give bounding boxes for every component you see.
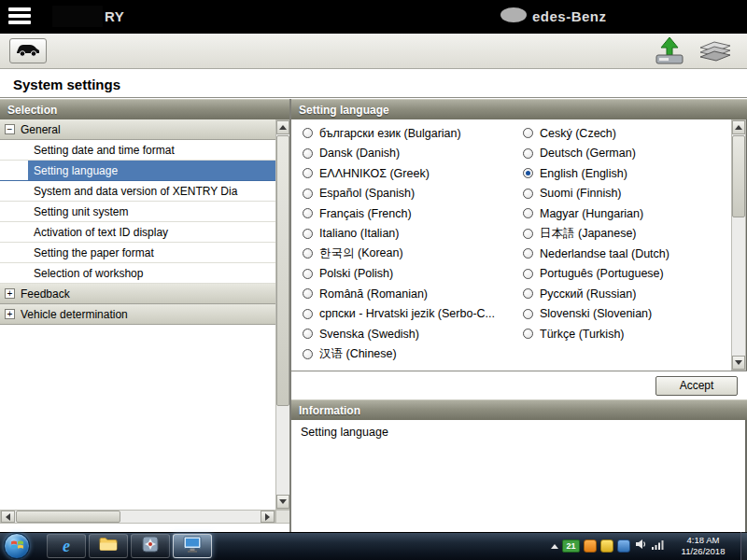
expand-plus-icon[interactable]: + [5, 309, 15, 319]
language-option-polish[interactable]: Polski (Polish) [295, 264, 515, 285]
language-scrollbar[interactable] [731, 119, 746, 371]
tree-item-paper-format[interactable]: Setting the paper format [0, 243, 275, 263]
language-option-slovenian[interactable]: Slovenski (Slovenian) [515, 304, 730, 325]
language-option-swedish[interactable]: Svenska (Swedish) [295, 324, 515, 344]
menu-bar [8, 21, 31, 24]
radio-icon[interactable] [303, 148, 313, 159]
tree-horizontal-scrollbar[interactable] [0, 510, 275, 524]
radio-icon[interactable] [523, 329, 533, 339]
language-option-french[interactable]: Français (French) [295, 203, 515, 224]
radio-icon[interactable] [303, 269, 313, 279]
scroll-right-button[interactable] [261, 511, 275, 523]
tree-item-date-time-format[interactable]: Setting date and time format [0, 140, 275, 161]
panel-divider [289, 99, 291, 532]
menu-bar [8, 14, 31, 18]
language-option-russian[interactable]: Русский (Russian) [515, 284, 730, 304]
tree-group-feedback[interactable]: + Feedback [0, 284, 275, 304]
tree-item-unit-system[interactable]: Setting unit system [0, 202, 275, 222]
radio-icon[interactable] [303, 189, 313, 199]
language-option-portuguese[interactable]: Português (Portuguese) [515, 264, 730, 285]
scroll-down-button[interactable] [732, 356, 745, 370]
language-option-label: Magyar (Hungarian) [540, 207, 643, 220]
language-option-chinese[interactable]: 汉语 (Chinese) [295, 344, 515, 365]
expand-plus-icon[interactable]: + [5, 288, 15, 299]
language-option-greek[interactable]: ΕΛΛΗΝΙΚΟΣ (Greek) [295, 163, 515, 184]
start-button[interactable] [4, 533, 30, 559]
information-text: Setting language [301, 426, 388, 439]
scrollbar-thumb[interactable] [276, 135, 289, 406]
language-option-label: български език (Bulgarian) [319, 127, 461, 140]
radio-icon[interactable] [523, 229, 533, 239]
radio-icon[interactable] [303, 229, 313, 239]
language-option-finnish[interactable]: Suomi (Finnish) [515, 184, 730, 204]
tray-app-icon-yellow[interactable] [600, 539, 613, 553]
tree-item-workshop-selection[interactable]: Selection of workshop [0, 263, 275, 284]
scrollbar-thumb[interactable] [16, 511, 120, 523]
tray-badge[interactable]: 21 [562, 539, 580, 553]
hidden-icons-arrow[interactable] [551, 544, 558, 549]
print-copy-icon [695, 51, 736, 67]
language-option-italian[interactable]: Italiano (Italian) [295, 224, 515, 245]
language-option-bulgarian[interactable]: български език (Bulgarian) [295, 123, 515, 144]
tree-item-setting-language[interactable]: Setting language [0, 161, 275, 181]
collapse-minus-icon[interactable]: − [5, 124, 15, 134]
language-option-turkish[interactable]: Türkçe (Turkish) [515, 324, 730, 344]
tray-app-icon-orange[interactable] [584, 539, 597, 553]
tree-group-general[interactable]: − General [0, 119, 275, 140]
language-option-english[interactable]: English (English) [515, 163, 730, 184]
tree-item-text-id-display[interactable]: Activation of text ID display [0, 222, 275, 243]
language-option-dutch[interactable]: Nederlandse taal (Dutch) [515, 244, 730, 264]
scroll-up-button[interactable] [732, 120, 745, 134]
language-option-label: ΕΛΛΗΝΙΚΟΣ (Greek) [319, 167, 430, 180]
taskbar-xentry-button[interactable] [131, 534, 170, 558]
scroll-left-button[interactable] [1, 511, 15, 523]
language-option-korean[interactable]: 한국의 (Korean) [295, 244, 515, 264]
tray-app-icon-blue[interactable] [617, 539, 630, 553]
tree-vertical-scrollbar[interactable] [275, 119, 290, 510]
radio-icon[interactable] [303, 128, 313, 138]
tree-item-system-data-version[interactable]: System and data version of XENTRY Dia [0, 181, 275, 202]
language-option-serbo-croatian[interactable]: српски - Hrvatski jezik (Serbo-C... [295, 304, 515, 325]
taskbar-explorer-button[interactable] [89, 534, 128, 558]
radio-icon[interactable] [303, 168, 313, 178]
language-option-romanian[interactable]: Română (Romanian) [295, 284, 515, 304]
radio-icon[interactable] [303, 349, 313, 359]
taskbar-active-app-button[interactable] [173, 534, 212, 558]
language-option-japanese[interactable]: 日本語 (Japanese) [515, 224, 730, 245]
tree-group-vehicle-determination[interactable]: + Vehicle determination [0, 304, 275, 325]
radio-icon[interactable] [523, 148, 533, 159]
language-option-hungarian[interactable]: Magyar (Hungarian) [515, 203, 730, 224]
accept-button[interactable]: Accept [655, 376, 738, 396]
scrollbar-thumb[interactable] [732, 135, 745, 217]
radio-icon[interactable] [303, 248, 313, 259]
scrollbar-corner [275, 510, 290, 524]
language-option-danish[interactable]: Dansk (Danish) [295, 144, 515, 164]
radio-icon[interactable] [303, 208, 313, 218]
scroll-down-button[interactable] [276, 495, 289, 509]
vehicle-button[interactable] [9, 38, 47, 63]
radio-icon[interactable] [523, 128, 533, 138]
radio-selected-icon[interactable] [523, 168, 533, 178]
radio-icon[interactable] [303, 288, 313, 299]
radio-icon[interactable] [523, 248, 533, 259]
network-icon[interactable] [651, 538, 665, 554]
print-button[interactable] [695, 39, 736, 68]
language-option-label: 汉语 (Chinese) [319, 346, 397, 362]
radio-icon[interactable] [523, 309, 533, 319]
radio-icon[interactable] [523, 269, 533, 279]
radio-icon[interactable] [523, 208, 533, 218]
radio-icon[interactable] [303, 329, 313, 339]
show-desktop-strip[interactable] [740, 532, 747, 560]
menu-icon[interactable] [8, 7, 31, 26]
radio-icon[interactable] [523, 288, 533, 299]
radio-icon[interactable] [303, 309, 313, 319]
radio-icon[interactable] [523, 189, 533, 199]
language-option-german[interactable]: Deutsch (German) [515, 144, 730, 164]
taskbar-clock[interactable]: 4:18 AM 11/26/2018 [670, 535, 736, 557]
language-option-czech[interactable]: Ceský (Czech) [515, 123, 730, 144]
language-option-spanish[interactable]: Español (Spanish) [295, 184, 515, 204]
speaker-icon[interactable] [634, 538, 647, 554]
taskbar-ie-button[interactable]: e [47, 534, 86, 558]
scroll-up-button[interactable] [276, 120, 289, 134]
upload-button[interactable] [653, 36, 686, 70]
